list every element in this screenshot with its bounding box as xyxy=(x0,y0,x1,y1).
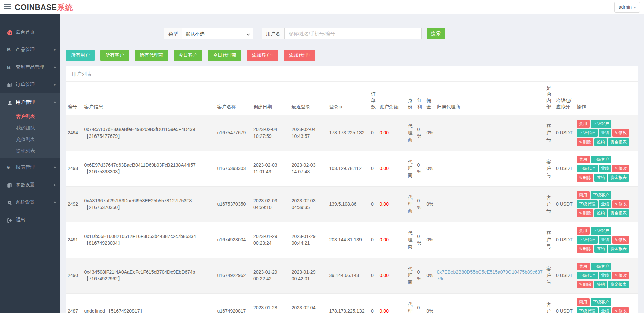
sub-customers-button[interactable]: 下级客户 xyxy=(591,191,611,199)
sub-customers-button[interactable]: 下级客户 xyxy=(591,263,611,270)
sign-button[interactable]: 签约 xyxy=(594,174,607,182)
sidebar-item-3[interactable]: 订单管理▸ xyxy=(0,76,60,93)
fund-report-button[interactable]: 资金报表 xyxy=(608,281,629,288)
sidebar-item-label: 套利产品管理 xyxy=(16,64,44,70)
add-agent-button[interactable]: 添加代理+ xyxy=(284,50,315,61)
menu-toggle-icon[interactable] xyxy=(4,4,11,10)
disable-button[interactable]: 禁用 xyxy=(577,263,590,270)
edit-button[interactable]: ✎修改 xyxy=(612,307,629,313)
chevron-right-icon: ▸ xyxy=(54,58,56,76)
fund-report-button[interactable]: 资金报表 xyxy=(608,209,629,217)
cell-balance: 0.00 xyxy=(378,258,407,293)
sub-customers-button[interactable]: 下级客户 xyxy=(591,227,611,235)
sub-agents-button[interactable]: 下级代理 xyxy=(577,129,598,137)
add-customer-button[interactable]: 添加客户+ xyxy=(247,50,278,61)
username-input[interactable] xyxy=(284,28,422,39)
edit-button[interactable]: ✎修改 xyxy=(612,165,629,172)
sidebar-item-8[interactable]: 退出 xyxy=(0,211,60,228)
edit-button[interactable]: ✎修改 xyxy=(612,129,629,137)
delete-button[interactable]: ✎删除 xyxy=(577,281,593,288)
all-customers-button[interactable]: 所有客户 xyxy=(100,50,129,61)
cell-commission: 0% xyxy=(425,151,435,186)
sidebar-item-4[interactable]: 用户管理▸ xyxy=(0,93,60,111)
sign-button[interactable]: 签约 xyxy=(594,138,607,146)
sub-customers-button[interactable]: 下级客户 xyxy=(591,156,611,163)
cell-commission: 0% xyxy=(425,222,435,258)
performance-button[interactable]: 业绩 xyxy=(599,165,611,172)
chevron-down-icon: ▾ xyxy=(634,6,636,9)
cell-login: 2023-02-0304:39:35 xyxy=(290,186,328,222)
fund-report-button[interactable]: 资金报表 xyxy=(608,138,629,146)
delete-button[interactable]: ✎删除 xyxy=(577,209,593,217)
delete-button[interactable]: ✎删除 xyxy=(577,174,593,182)
cell-wallet: 0 USDT xyxy=(555,115,575,151)
user-menu-label: admin xyxy=(619,4,632,10)
sidebar-subitem-2[interactable]: 充值列表 xyxy=(0,133,60,145)
performance-button[interactable]: 业绩 xyxy=(599,129,611,137)
sidebar-item-2[interactable]: Ƀ套利产品管理▸ xyxy=(0,58,60,76)
sidebar-item-5[interactable]: ¥报表管理▸ xyxy=(0,158,60,176)
cell-ip: 178.173.225.132 xyxy=(328,115,370,151)
sub-agents-button[interactable]: 下级代理 xyxy=(577,307,598,313)
agent-link[interactable]: 0x7EBeb2B80D55bC5eE515a079C10475b89c6377… xyxy=(437,269,543,281)
performance-button[interactable]: 业绩 xyxy=(599,272,611,279)
cell-commission: 0% xyxy=(425,293,435,313)
edit-button[interactable]: ✎修改 xyxy=(612,236,629,244)
edit-button[interactable]: ✎修改 xyxy=(612,272,629,279)
sign-button[interactable]: 签约 xyxy=(594,209,607,217)
sub-agents-button[interactable]: 下级代理 xyxy=(577,236,598,244)
disable-button[interactable]: 禁用 xyxy=(577,227,590,235)
performance-button[interactable]: 业绩 xyxy=(599,200,611,208)
sidebar-item-7[interactable]: 系统设置▸ xyxy=(0,193,60,211)
sign-button[interactable]: 签约 xyxy=(594,281,607,288)
all-users-button[interactable]: 所有用户 xyxy=(66,50,95,61)
performance-button[interactable]: 业绩 xyxy=(599,307,611,313)
sidebar-item-label: 订单管理 xyxy=(16,82,35,87)
sidebar-subitem-1[interactable]: 我的团队 xyxy=(0,122,60,133)
disable-button[interactable]: 禁用 xyxy=(577,191,590,199)
cell-orders: 0 xyxy=(370,293,378,313)
sub-agents-button[interactable]: 下级代理 xyxy=(577,272,598,279)
type-select[interactable]: 默认不选 xyxy=(182,28,253,39)
sidebar-item-6[interactable]: 参数设置▸ xyxy=(0,176,60,193)
sub-customers-button[interactable]: 下级客户 xyxy=(591,298,611,306)
dashboard-icon xyxy=(7,24,16,41)
disable-button[interactable]: 禁用 xyxy=(577,120,590,128)
all-agents-button[interactable]: 所有代理商 xyxy=(135,50,168,61)
sign-button[interactable]: 签约 xyxy=(594,245,607,253)
today-agents-button[interactable]: 今日代理商 xyxy=(208,50,241,61)
user-menu[interactable]: admin▾ xyxy=(614,2,640,13)
sidebar-item-0[interactable]: 后台首页 xyxy=(0,23,60,41)
pencil-icon: ✎ xyxy=(615,238,618,242)
sub-agents-button[interactable]: 下级代理 xyxy=(577,165,598,172)
edit-button[interactable]: ✎修改 xyxy=(612,200,629,208)
fund-report-button[interactable]: 资金报表 xyxy=(608,174,629,182)
fund-report-button[interactable]: 资金报表 xyxy=(608,245,629,253)
sidebar-subitem-3[interactable]: 提现列表 xyxy=(0,145,60,156)
cell-login: 2023-01-2900:42:01 xyxy=(290,258,328,293)
cell-internal: 客户号 xyxy=(545,151,555,186)
cell-created: 2023-02-0410:27:59 xyxy=(252,115,290,151)
disable-button[interactable]: 禁用 xyxy=(577,298,590,306)
today-customers-button[interactable]: 今日客户 xyxy=(174,50,202,61)
performance-button[interactable]: 业绩 xyxy=(599,236,611,244)
delete-button[interactable]: ✎删除 xyxy=(577,138,593,146)
cell-internal: 客户号 xyxy=(545,293,555,313)
col-header-name: 客户名称 xyxy=(216,82,252,115)
search-button[interactable]: 搜索 xyxy=(427,28,445,39)
sidebar-item-label: 报表管理 xyxy=(16,164,35,170)
params-icon xyxy=(7,176,16,194)
disable-button[interactable]: 禁用 xyxy=(577,156,590,163)
sub-agents-button[interactable]: 下级代理 xyxy=(577,200,598,208)
delete-button[interactable]: ✎删除 xyxy=(577,245,593,253)
cell-created: 2023-01-2900:22:42 xyxy=(252,258,290,293)
col-header-created: 创建日期 xyxy=(252,82,290,115)
sidebar-item-label: 产品管理 xyxy=(16,47,35,52)
panel-title: 用户列表 xyxy=(66,66,638,82)
sub-customers-button[interactable]: 下级客户 xyxy=(591,120,611,128)
pencil-icon: ✎ xyxy=(615,202,618,206)
cell-actions: 禁用下级客户下级代理业绩✎修改✎删除签约资金报表 xyxy=(575,293,638,313)
sidebar-subitem-0[interactable]: 客户列表 xyxy=(0,111,60,122)
main-content: 类型 默认不选 用户名 搜索 所有用户所有客户所有代理商今日客户今日代理商添加客… xyxy=(60,14,644,313)
sidebar-item-1[interactable]: Ƀ产品管理▸ xyxy=(0,41,60,58)
